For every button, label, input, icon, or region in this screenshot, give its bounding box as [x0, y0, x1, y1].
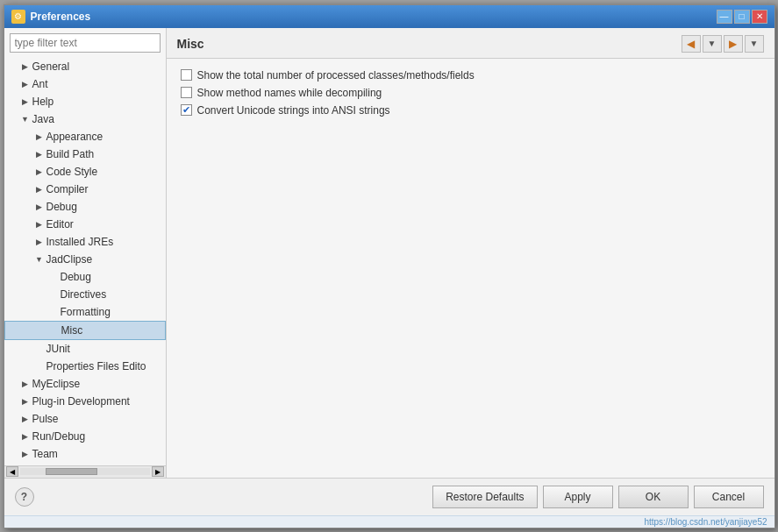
tree-arrow-team: ▶ [18, 447, 32, 461]
tree-item-jad-debug[interactable]: Debug [4, 268, 166, 286]
tree-arrow-installedjres: ▶ [32, 235, 46, 249]
tree-label-help: Help [32, 96, 54, 108]
tree-arrow-codestyle: ▶ [32, 165, 46, 179]
tree-arrow-general: ▶ [18, 60, 32, 74]
tree-label-general: General [32, 60, 70, 73]
tree-item-help[interactable]: ▶Help [4, 93, 166, 110]
tree-item-general[interactable]: ▶General [4, 58, 166, 75]
tree-arrow-help: ▶ [18, 95, 32, 109]
tree-item-ant[interactable]: ▶Ant [4, 75, 166, 93]
tree-item-jad-formatting[interactable]: Formatting [4, 303, 166, 321]
right-header: Misc ◀ ▼ ▶ ▼ [167, 28, 774, 59]
right-body: Show the total number of processed class… [167, 59, 774, 478]
tree-label-jad-formatting: Formatting [61, 306, 111, 318]
right-panel: Misc ◀ ▼ ▶ ▼ Show the total number of pr… [167, 28, 774, 478]
tree-arrow-editor: ▶ [32, 217, 46, 231]
restore-defaults-button[interactable]: Restore Defaults [432, 486, 537, 508]
tree-arrow-jadclipse: ▼ [32, 252, 46, 266]
checkbox-row-1: Show method names while decompiling [181, 87, 760, 99]
tree-label-ant: Ant [32, 78, 48, 90]
tree-arrow-buildpath: ▶ [32, 147, 46, 161]
tree-label-junit: JUnit [46, 343, 70, 355]
nav-forward-button[interactable]: ▶ [724, 35, 743, 53]
ok-button[interactable]: OK [618, 486, 689, 508]
minimize-button[interactable]: — [717, 10, 732, 24]
cancel-button[interactable]: Cancel [694, 486, 764, 508]
tree-label-editor: Editor [46, 218, 74, 231]
nav-dropdown2-button[interactable]: ▼ [745, 35, 764, 53]
checkbox-2[interactable]: ✔ [181, 104, 192, 116]
help-button[interactable]: ? [15, 487, 34, 507]
bottom-bar-right: Restore Defaults Apply OK Cancel [432, 486, 763, 508]
tree-label-jad-debug: Debug [61, 271, 91, 283]
tree-label-compiler: Compiler [46, 183, 89, 195]
tree-item-debug[interactable]: ▶Debug [4, 198, 166, 216]
nav-buttons: ◀ ▼ ▶ ▼ [682, 35, 764, 53]
tree-item-installedjres[interactable]: ▶Installed JREs [4, 233, 166, 251]
tree-item-jad-directives[interactable]: Directives [4, 286, 166, 303]
dialog-title: Preferences [31, 11, 91, 23]
tree-label-installedjres: Installed JREs [46, 236, 114, 248]
tree-label-jad-directives: Directives [61, 288, 107, 301]
tree-arrow-jad-directives [46, 287, 61, 301]
checkbox-label-0: Show the total number of processed class… [197, 69, 475, 82]
tree-item-java[interactable]: ▼Java [4, 110, 166, 128]
tree-arrow-junit [32, 342, 46, 356]
link-text: https://blog.csdn.net/yanjiaye52 [644, 517, 767, 527]
section-title: Misc [177, 37, 204, 51]
scroll-right-button[interactable]: ▶ [152, 466, 164, 477]
tree-label-codestyle: Code Style [46, 166, 98, 178]
tree-item-editor[interactable]: ▶Editor [4, 216, 166, 233]
tree-label-myeclipse: MyEclipse [32, 378, 81, 390]
tree-item-jad-misc[interactable]: Misc [4, 321, 166, 340]
tree-item-buildpath[interactable]: ▶Build Path [4, 145, 166, 163]
tree-label-debug: Debug [46, 201, 77, 213]
nav-back-button[interactable]: ◀ [682, 35, 701, 53]
apply-button[interactable]: Apply [543, 486, 613, 508]
scroll-thumb[interactable] [46, 468, 97, 475]
tree-item-team[interactable]: ▶Team [4, 445, 166, 463]
tree-arrow-plugindev: ▶ [18, 394, 32, 408]
dialog-icon: ⚙ [11, 10, 25, 24]
tree-arrow-jad-formatting [46, 305, 61, 319]
tree-item-appearance[interactable]: ▶Appearance [4, 128, 166, 145]
tree-arrow-pulse: ▶ [18, 412, 32, 426]
tree-item-jadclipse[interactable]: ▼JadClipse [4, 251, 166, 268]
tree-arrow-propfiles [32, 359, 46, 373]
checkbox-row-0: Show the total number of processed class… [181, 69, 760, 82]
bottom-bar-left: ? [15, 487, 34, 507]
tree-item-pulse[interactable]: ▶Pulse [4, 410, 166, 428]
tree-arrow-myeclipse: ▶ [18, 377, 32, 391]
tree-label-appearance: Appearance [46, 131, 103, 143]
link-area: https://blog.csdn.net/yanjiaye52 [4, 515, 774, 528]
horizontal-scrollbar[interactable]: ◀ ▶ [4, 465, 166, 478]
tree-item-myeclipse[interactable]: ▶MyEclipse [4, 375, 166, 393]
checkmark-2: ✔ [182, 105, 190, 115]
tree-item-junit[interactable]: JUnit [4, 340, 166, 358]
checkbox-0[interactable] [181, 69, 192, 81]
title-controls: — □ ✕ [717, 10, 767, 24]
title-bar: ⚙ Preferences — □ ✕ [4, 5, 774, 28]
checkbox-1[interactable] [181, 87, 192, 98]
tree-item-propfiles[interactable]: Properties Files Edito [4, 358, 166, 375]
preferences-dialog: ⚙ Preferences — □ ✕ ▶General▶Ant▶Help▼Ja… [4, 4, 775, 528]
title-bar-left: ⚙ Preferences [11, 10, 91, 24]
tree-label-buildpath: Build Path [46, 148, 95, 160]
filter-input[interactable] [10, 33, 161, 53]
tree-item-compiler[interactable]: ▶Compiler [4, 181, 166, 198]
close-button[interactable]: ✕ [752, 10, 767, 24]
bottom-bar: ? Restore Defaults Apply OK Cancel [4, 478, 774, 515]
nav-dropdown-button[interactable]: ▼ [703, 35, 722, 53]
checkbox-label-2: Convert Unicode strings into ANSI string… [197, 104, 390, 117]
tree-label-pulse: Pulse [32, 413, 59, 425]
scroll-track[interactable] [20, 468, 150, 475]
tree-item-plugindev[interactable]: ▶Plug-in Development [4, 393, 166, 410]
tree-item-codestyle[interactable]: ▶Code Style [4, 163, 166, 181]
checkbox-label-1: Show method names while decompiling [197, 87, 382, 99]
tree-arrow-debug: ▶ [32, 200, 46, 214]
maximize-button[interactable]: □ [734, 10, 750, 24]
scroll-left-button[interactable]: ◀ [6, 466, 18, 477]
tree-area: ▶General▶Ant▶Help▼Java▶Appearance▶Build … [4, 58, 166, 465]
tree-item-rundebug[interactable]: ▶Run/Debug [4, 428, 166, 445]
tree-arrow-compiler: ▶ [32, 182, 46, 196]
